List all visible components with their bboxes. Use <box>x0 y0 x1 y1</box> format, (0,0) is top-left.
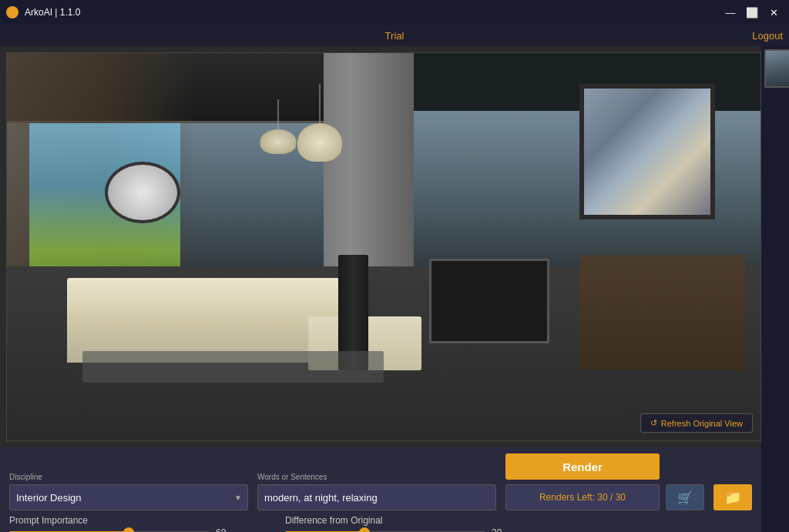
window-controls: — ⬜ ✕ <box>721 5 783 20</box>
prompt-slider-row: 60 <box>9 527 248 532</box>
mirror <box>105 162 180 223</box>
prompt-importance-group: Prompt Importance 60 <box>9 515 248 532</box>
main-area: ↺ Refresh Original View Discipline Inter… <box>0 46 789 532</box>
render-button[interactable]: Render <box>505 453 660 480</box>
sliders-row: Prompt Importance 60 Difference from Ori… <box>9 515 752 532</box>
top-bar: Trial Logout <box>0 25 789 46</box>
app-icon <box>6 6 18 18</box>
folder-button[interactable]: 📁 <box>713 484 752 510</box>
artwork <box>579 84 715 219</box>
discipline-select[interactable]: Interior Design Architecture Landscape U… <box>9 484 248 510</box>
trial-label: Trial <box>385 30 405 42</box>
pendant-light-2 <box>294 84 346 162</box>
renders-left-button[interactable]: Renders Left: 30 / 30 <box>505 484 660 510</box>
thumbnail-sidebar <box>761 46 789 532</box>
difference-slider-row: 39 <box>285 527 524 532</box>
close-button[interactable]: ✕ <box>764 5 783 20</box>
title-bar: ArkoAI | 1.1.0 — ⬜ ✕ <box>0 0 789 25</box>
discipline-group: Discipline Interior Design Architecture … <box>9 473 248 510</box>
prompt-importance-value: 60 <box>216 527 234 532</box>
difference-value: 39 <box>492 527 510 532</box>
viewport-container: ↺ Refresh Original View Discipline Inter… <box>0 46 761 532</box>
app-title: ArkoAI | 1.1.0 <box>25 7 81 18</box>
thumbnail-1[interactable] <box>764 49 789 88</box>
logout-button[interactable]: Logout <box>752 30 783 42</box>
title-bar-left: ArkoAI | 1.1.0 <box>6 6 81 18</box>
cart-button[interactable]: 🛒 <box>666 484 704 510</box>
folder-icon: 📁 <box>724 489 741 506</box>
refresh-btn-container: ↺ Refresh Original View <box>640 413 753 433</box>
refresh-original-button[interactable]: ↺ Refresh Original View <box>640 413 753 433</box>
discipline-label: Discipline <box>9 473 248 481</box>
minimize-button[interactable]: — <box>721 5 740 20</box>
rug <box>82 351 384 382</box>
viewport: ↺ Refresh Original View <box>6 52 761 441</box>
difference-group: Difference from Original 39 <box>285 515 524 532</box>
render-section: Render Renders Left: 30 / 30 🛒 <box>505 453 704 510</box>
dining-area <box>579 255 745 371</box>
render-actions: Renders Left: 30 / 30 🛒 <box>505 484 704 510</box>
prompt-importance-label: Prompt Importance <box>9 515 248 526</box>
discipline-select-wrapper: Interior Design Architecture Landscape U… <box>9 484 248 510</box>
difference-label: Difference from Original <box>285 515 524 526</box>
maximize-button[interactable]: ⬜ <box>743 5 761 20</box>
scene <box>7 53 760 440</box>
bottom-controls: Discipline Interior Design Architecture … <box>0 447 761 532</box>
cart-icon: 🛒 <box>677 490 693 505</box>
words-label: Words or Sentences <box>257 473 496 481</box>
refresh-label: Refresh Original View <box>661 419 743 428</box>
fireplace <box>429 259 549 344</box>
words-group: Words or Sentences <box>257 473 496 510</box>
words-input[interactable] <box>257 484 496 510</box>
refresh-icon: ↺ <box>650 418 657 428</box>
